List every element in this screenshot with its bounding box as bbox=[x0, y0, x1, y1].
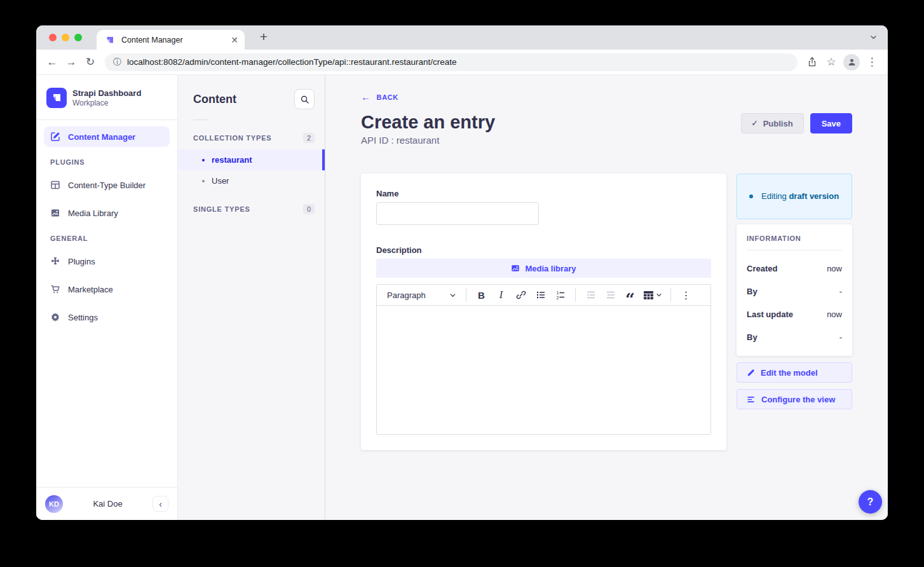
back-link[interactable]: ← BACK bbox=[361, 92, 398, 102]
user-avatar: KD bbox=[45, 495, 63, 513]
share-icon[interactable] bbox=[803, 53, 822, 72]
tab-close-icon[interactable]: ✕ bbox=[231, 36, 238, 44]
outdent-button[interactable] bbox=[601, 287, 620, 303]
sidebar-item-settings[interactable]: Settings bbox=[44, 307, 170, 327]
outdent-icon bbox=[606, 290, 616, 300]
indent-icon bbox=[586, 290, 596, 300]
image-icon bbox=[50, 208, 60, 218]
edit-model-button[interactable]: Edit the model bbox=[737, 362, 852, 383]
address-bar[interactable]: ⓘ localhost:8082/admin/content-manager/c… bbox=[105, 53, 798, 71]
name-field-label: Name bbox=[376, 189, 711, 198]
save-button[interactable]: Save bbox=[810, 113, 852, 133]
help-button[interactable]: ? bbox=[859, 490, 882, 514]
rich-text-editor: Paragraph B I bbox=[376, 284, 711, 435]
sidebar-item-label: Media Library bbox=[68, 208, 118, 218]
plugins-section-label: PLUGINS bbox=[50, 158, 170, 166]
new-tab-button[interactable]: + bbox=[255, 28, 273, 46]
sidebar-item-label: Settings bbox=[68, 313, 98, 322]
screen-background: Content Manager ✕ + ← → ↻ ⓘ localhost:80… bbox=[0, 0, 924, 567]
strapi-logo-icon bbox=[46, 88, 67, 108]
collapse-sidebar-button[interactable]: ‹ bbox=[153, 496, 168, 512]
tab-search-chevron-icon[interactable] bbox=[869, 33, 878, 41]
sidebar-item-content-manager[interactable]: Content Manager bbox=[44, 126, 170, 147]
link-button[interactable] bbox=[511, 287, 531, 303]
divider bbox=[575, 288, 576, 302]
subnav-item-user[interactable]: User bbox=[178, 170, 325, 191]
rich-text-area[interactable] bbox=[377, 306, 710, 434]
close-window-button[interactable] bbox=[49, 34, 57, 41]
paragraph-style-select[interactable]: Paragraph bbox=[383, 290, 461, 300]
configure-view-button[interactable]: Configure the view bbox=[737, 389, 852, 409]
main-sidebar: Strapi Dashboard Workplace Content Manag… bbox=[36, 75, 178, 520]
browser-tabstrip: Content Manager ✕ + bbox=[36, 25, 888, 50]
check-icon: ✓ bbox=[752, 119, 758, 128]
layout-icon bbox=[50, 180, 60, 190]
browser-toolbar: ← → ↻ ⓘ localhost:8082/admin/content-man… bbox=[36, 50, 888, 75]
bullet-icon bbox=[202, 180, 205, 182]
gear-icon bbox=[50, 312, 60, 322]
back-nav-icon[interactable]: ← bbox=[43, 53, 62, 72]
bold-button[interactable]: B bbox=[472, 287, 491, 303]
sidebar-item-plugins[interactable]: Plugins bbox=[44, 251, 170, 271]
forward-nav-icon[interactable]: → bbox=[62, 53, 81, 72]
strapi-favicon-icon bbox=[105, 35, 115, 45]
table-button[interactable] bbox=[640, 287, 665, 303]
general-section-label: GENERAL bbox=[50, 235, 170, 242]
minimize-window-button[interactable] bbox=[62, 34, 69, 41]
information-card: INFORMATION Created now By - L bbox=[737, 224, 852, 356]
sidebar-item-label: Content-Type Builder bbox=[68, 181, 146, 190]
subnav-item-label: restaurant bbox=[212, 155, 252, 165]
app-name: Strapi Dashboard bbox=[72, 88, 141, 99]
single-types-count-badge: 0 bbox=[303, 204, 315, 214]
sidebar-item-content-type-builder[interactable]: Content-Type Builder bbox=[44, 175, 170, 195]
entry-form-card: Name Description Media library bbox=[361, 174, 726, 450]
subnav-item-restaurant[interactable]: restaurant bbox=[178, 149, 325, 170]
numbered-list-button[interactable]: 12 bbox=[550, 287, 570, 303]
active-indicator bbox=[322, 149, 325, 170]
page-info-icon[interactable]: ⓘ bbox=[113, 57, 121, 68]
person-icon bbox=[847, 57, 857, 67]
strapi-app: Strapi Dashboard Workplace Content Manag… bbox=[36, 75, 888, 520]
info-row-updated-by: By - bbox=[747, 332, 842, 342]
workspace-header[interactable]: Strapi Dashboard Workplace bbox=[36, 75, 177, 120]
indent-button[interactable] bbox=[581, 287, 601, 303]
content-subnav: Content COLLECTION TYPES 2 restaurant bbox=[178, 75, 325, 520]
back-arrow-icon: ← bbox=[361, 92, 371, 102]
chevron-down-icon bbox=[449, 292, 456, 299]
single-types-label: SINGLE TYPES bbox=[193, 205, 250, 213]
browser-profile-avatar[interactable] bbox=[843, 54, 860, 71]
maximize-window-button[interactable] bbox=[74, 34, 82, 41]
browser-tab[interactable]: Content Manager ✕ bbox=[97, 30, 245, 50]
blockquote-button[interactable]: “ bbox=[620, 287, 640, 303]
sidebar-footer: KD Kai Doe ‹ bbox=[36, 487, 177, 520]
italic-button[interactable]: I bbox=[491, 287, 511, 303]
sidebar-item-label: Content Manager bbox=[68, 132, 135, 142]
side-panel: Editing draft version INFORMATION Create… bbox=[737, 174, 852, 409]
publish-button[interactable]: ✓ Publish bbox=[741, 113, 804, 133]
name-input[interactable] bbox=[376, 202, 539, 225]
description-field-label: Description bbox=[376, 245, 711, 255]
cart-icon bbox=[50, 284, 60, 294]
more-options-button[interactable]: ⋮ bbox=[676, 287, 696, 303]
user-name: Kai Doe bbox=[68, 499, 147, 509]
divider bbox=[193, 120, 208, 120]
puzzle-icon bbox=[50, 256, 60, 266]
info-row-created: Created now bbox=[747, 264, 842, 273]
info-row-created-by: By - bbox=[747, 287, 842, 296]
sidebar-item-media-library[interactable]: Media Library bbox=[44, 203, 170, 223]
draft-status-box: Editing draft version bbox=[737, 174, 852, 219]
sidebar-item-marketplace[interactable]: Marketplace bbox=[44, 279, 170, 299]
reload-icon[interactable]: ↻ bbox=[81, 53, 100, 72]
browser-menu-icon[interactable]: ⋮ bbox=[862, 53, 881, 72]
search-icon bbox=[300, 95, 309, 104]
svg-text:2: 2 bbox=[556, 296, 559, 300]
divider bbox=[670, 288, 671, 302]
bullet-icon bbox=[202, 159, 205, 161]
editor-toolbar: Paragraph B I bbox=[377, 285, 710, 306]
bulleted-list-button[interactable] bbox=[531, 287, 550, 303]
bookmark-star-icon[interactable]: ☆ bbox=[822, 53, 841, 72]
search-button[interactable] bbox=[294, 89, 315, 109]
main-content: ← BACK Create an entry API ID : restaura… bbox=[325, 75, 888, 520]
image-icon bbox=[511, 264, 520, 273]
media-library-button[interactable]: Media library bbox=[376, 259, 711, 278]
